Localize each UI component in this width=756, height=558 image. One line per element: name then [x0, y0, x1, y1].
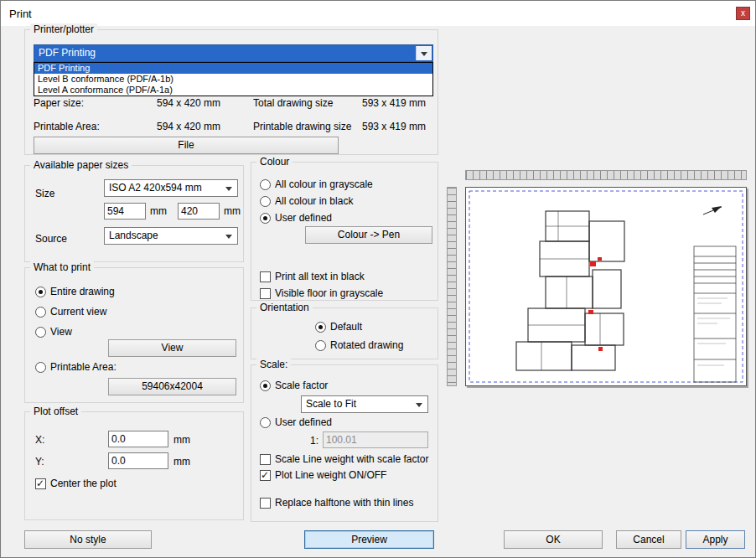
- offset-x-input[interactable]: [108, 431, 168, 447]
- horizontal-ruler: [465, 170, 747, 180]
- checkbox-label: Scale Line weight with scale factor: [275, 453, 428, 465]
- total-drawing-value: 593 x 419 mm: [362, 97, 426, 109]
- colour-to-pen-button[interactable]: Colour -> Pen: [305, 226, 432, 244]
- chevron-down-icon[interactable]: [416, 46, 432, 60]
- colour-group: Colour All colour in grayscale All colou…: [251, 162, 438, 301]
- offset-y-label: Y:: [35, 456, 44, 468]
- paper-height-unit: mm: [224, 205, 241, 217]
- radio-current-view[interactable]: Current view: [35, 306, 106, 318]
- dropdown-option-level-b[interactable]: Level B conformance (PDF/A-1b): [34, 74, 432, 85]
- radio-label: All colour in grayscale: [275, 178, 373, 190]
- paper-width-unit: mm: [150, 205, 167, 217]
- checkbox-center-plot[interactable]: Center the plot: [35, 478, 117, 489]
- radio-entire-drawing[interactable]: Entire drawing: [35, 286, 115, 297]
- source-select-value: Landscape: [109, 230, 158, 241]
- radio-icon: [315, 322, 326, 333]
- source-select[interactable]: Landscape: [104, 227, 238, 245]
- checkbox-text-black[interactable]: Print all text in black: [260, 271, 365, 282]
- paper-height-input[interactable]: [178, 203, 220, 220]
- preview-paper: [465, 187, 747, 386]
- checkbox-replace-halftone[interactable]: Replace halftone with thin lines: [260, 497, 413, 509]
- radio-label: User defined: [275, 416, 332, 428]
- radio-rotated-drawing[interactable]: Rotated drawing: [315, 339, 403, 351]
- apply-button[interactable]: Apply: [686, 530, 745, 549]
- file-button[interactable]: File: [34, 137, 339, 154]
- paper-width-input[interactable]: [104, 203, 146, 220]
- radio-icon: [260, 380, 271, 391]
- radio-all-colour-grayscale[interactable]: All colour in grayscale: [260, 178, 373, 190]
- plot-offset-group: Plot offset X: mm Y: mm Center the plot: [24, 411, 244, 520]
- what-to-print-group: What to print Entire drawing Current vie…: [24, 267, 244, 403]
- radio-scale-user-defined[interactable]: User defined: [260, 416, 332, 428]
- paper-sizes-group-label: Available paper sizes: [30, 159, 132, 171]
- total-drawing-label: Total drawing size: [253, 97, 333, 109]
- checkbox-scale-line-weight[interactable]: Scale Line weight with scale factor: [260, 453, 428, 465]
- printer-dropdown-list: PDF Printing Level B conformance (PDF/A-…: [34, 62, 433, 96]
- floorplan: [516, 211, 624, 370]
- red-marks: [588, 257, 603, 351]
- checkbox-floor-grayscale[interactable]: Visible floor in grayscale: [260, 287, 383, 299]
- printable-drawing-value: 593 x 419 mm: [362, 121, 426, 132]
- radio-icon: [260, 213, 271, 224]
- radio-icon: [260, 179, 271, 190]
- orientation-group: Orientation Default Rotated drawing: [251, 307, 438, 359]
- window-title: Print: [9, 8, 32, 20]
- radio-orientation-default[interactable]: Default: [315, 321, 362, 333]
- size-label: Size: [35, 188, 54, 199]
- offset-y-input[interactable]: [108, 452, 168, 469]
- close-icon[interactable]: [736, 7, 750, 20]
- north-arrow-icon: [703, 206, 722, 214]
- print-dialog: Print Printer/plotter PDF Printing PDF P…: [0, 0, 756, 558]
- paper-size-select-value: ISO A2 420x594 mm: [109, 182, 202, 194]
- scale-group: Scale: Scale factor Scale to Fit User de…: [251, 364, 438, 522]
- checkbox-label: Print all text in black: [275, 271, 365, 282]
- dropdown-option-pdf-printing[interactable]: PDF Printing: [34, 63, 432, 74]
- paper-size-label: Paper size:: [34, 97, 84, 109]
- radio-icon: [35, 307, 46, 318]
- radio-icon: [315, 340, 326, 351]
- radio-view[interactable]: View: [35, 326, 72, 338]
- printable-area-size-button[interactable]: 59406x42004: [108, 378, 236, 395]
- radio-label: Printable Area:: [50, 361, 117, 373]
- radio-label: Default: [330, 321, 362, 333]
- ok-button[interactable]: OK: [504, 530, 603, 549]
- offset-y-unit: mm: [173, 456, 190, 468]
- radio-scale-factor[interactable]: Scale factor: [260, 380, 328, 391]
- radio-label: Entire drawing: [50, 286, 115, 297]
- paper-sizes-group: Available paper sizes Size ISO A2 420x59…: [24, 165, 244, 262]
- chevron-down-icon: [416, 403, 422, 407]
- checkbox-plot-line-weight[interactable]: Plot Line weight ON/OFF: [260, 469, 386, 481]
- scale-group-label: Scale:: [256, 359, 291, 370]
- radio-user-defined-colour[interactable]: User defined: [260, 212, 332, 224]
- chevron-down-icon: [225, 187, 232, 191]
- radio-all-colour-black[interactable]: All colour in black: [260, 195, 353, 207]
- colour-group-label: Colour: [256, 156, 293, 168]
- what-to-print-group-label: What to print: [30, 261, 94, 273]
- printable-drawing-label: Printable drawing size: [253, 121, 351, 132]
- preview-button[interactable]: Preview: [304, 530, 434, 549]
- scale-fit-select[interactable]: Scale to Fit: [301, 395, 428, 413]
- titlebar: Print: [1, 1, 755, 26]
- checkbox-label: Center the plot: [50, 478, 117, 489]
- printable-area-label: Printable Area:: [34, 121, 100, 132]
- radio-label: Rotated drawing: [330, 339, 403, 351]
- checkbox-icon: [260, 271, 271, 282]
- checkbox-icon: [260, 454, 271, 465]
- offset-x-unit: mm: [173, 434, 190, 446]
- preview-drawing: [466, 188, 746, 385]
- no-style-button[interactable]: No style: [24, 530, 152, 549]
- scale-ratio-input[interactable]: [323, 431, 428, 448]
- source-label: Source: [35, 233, 67, 245]
- checkbox-label: Replace halftone with thin lines: [275, 497, 413, 509]
- cancel-button[interactable]: Cancel: [616, 530, 681, 549]
- view-button[interactable]: View: [108, 339, 236, 357]
- print-preview: [443, 165, 753, 393]
- dropdown-option-level-a[interactable]: Level A conformance (PDF/A-1a): [34, 85, 432, 96]
- printer-group: Printer/plotter PDF Printing PDF Printin…: [24, 29, 438, 155]
- radio-label: View: [50, 326, 72, 338]
- paper-size-select[interactable]: ISO A2 420x594 mm: [104, 179, 238, 197]
- radio-printable-area[interactable]: Printable Area:: [35, 361, 117, 373]
- printer-select[interactable]: PDF Printing: [34, 44, 433, 62]
- radio-icon: [35, 327, 46, 338]
- printer-select-value: PDF Printing: [39, 47, 96, 59]
